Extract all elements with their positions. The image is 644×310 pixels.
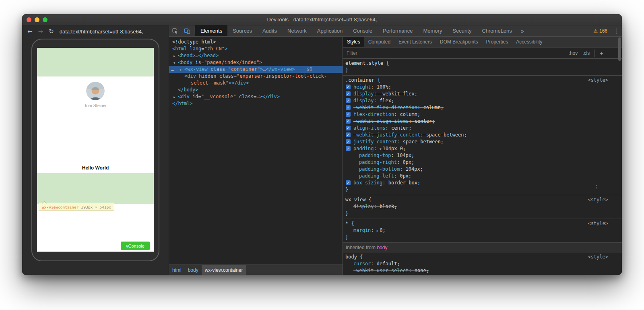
dom-tree-node[interactable]: select--mask"></div> — [169, 80, 343, 87]
breadcrumb-item[interactable]: wx-view.container — [202, 265, 246, 275]
dom-tree-node[interactable]: ▸<head>…</head> — [169, 52, 343, 59]
css-property[interactable]: ✓height: 100%; — [343, 84, 622, 91]
forward-button[interactable]: → — [38, 29, 43, 35]
styles-tab-properties[interactable]: Properties — [482, 37, 512, 47]
css-property-checkbox[interactable]: ✓ — [346, 132, 351, 137]
css-selector[interactable]: body — [345, 254, 357, 260]
dom-tree-node[interactable]: <html lang="zh-CN"> — [169, 45, 343, 52]
css-property[interactable]: ✓-webkit-align-items: center; — [343, 118, 622, 125]
reload-button[interactable]: ↻ — [49, 29, 54, 35]
dom-tree-node[interactable]: ▸<div id="__vconsole" class=…></div> — [169, 93, 343, 100]
expand-arrow-icon[interactable]: ▾ — [173, 60, 178, 66]
code-token: "pages/index/index" — [204, 60, 259, 65]
css-property[interactable]: -webkit-user-select: none; — [343, 267, 622, 274]
css-property[interactable]: ✓padding: ▾ 104px 0; — [343, 145, 622, 152]
styles-tab-styles[interactable]: Styles — [343, 37, 364, 47]
css-property-checkbox[interactable]: ✓ — [346, 126, 351, 130]
devtools-tab-security[interactable]: Security — [447, 25, 477, 36]
close-button[interactable] — [27, 17, 31, 22]
css-property[interactable]: ✓-webkit-flex-direction: column; — [343, 104, 622, 111]
scrollbar-thumb[interactable] — [618, 37, 621, 61]
css-property[interactable]: padding-top: 104px; — [343, 152, 622, 159]
devtools-menu-button[interactable]: ⋮ — [611, 25, 622, 36]
css-semicolon: ; — [441, 105, 444, 110]
expand-arrow-icon[interactable]: ▸ — [173, 94, 178, 101]
css-property-checkbox[interactable]: ✓ — [346, 180, 351, 185]
devtools-tab-sources[interactable]: Sources — [227, 25, 257, 36]
inspect-element-button[interactable] — [169, 25, 181, 36]
css-property[interactable]: ✓display: flex; — [343, 97, 622, 104]
new-style-rule-button[interactable]: + — [594, 50, 603, 57]
expand-arrow-icon[interactable]: ▸ — [180, 66, 184, 73]
styles-tab-computed[interactable]: Computed — [364, 37, 394, 47]
console-warning-badge[interactable]: ⚠ 166 — [589, 25, 611, 36]
css-property[interactable]: ✓flex-direction: column; — [343, 111, 622, 118]
css-property[interactable]: ✓-webkit-justify-content: space-between; — [343, 132, 622, 138]
devtools-tab-chromelens[interactable]: ChromeLens — [477, 25, 517, 36]
devtools-tab-network[interactable]: Network — [282, 25, 312, 36]
css-property-name: padding-right — [359, 159, 397, 165]
breadcrumb-item[interactable]: body — [185, 265, 202, 275]
rule-overflow-menu-icon[interactable]: ⋮ — [594, 184, 599, 190]
css-property-checkbox[interactable]: ✓ — [346, 85, 351, 89]
devtools-tab-performance[interactable]: Performance — [378, 25, 418, 36]
css-property-checkbox[interactable]: ✓ — [346, 91, 351, 96]
stylesheet-link[interactable]: <style> — [588, 254, 608, 260]
dom-tree-node[interactable]: </body> — [169, 87, 343, 93]
css-selector[interactable]: element.style — [345, 60, 383, 66]
devtools-tab-audits[interactable]: Audits — [257, 25, 282, 36]
css-property-checkbox[interactable]: ✓ — [346, 105, 351, 110]
css-property[interactable]: padding-left: 0px; — [343, 173, 622, 180]
zoom-button[interactable] — [43, 17, 47, 22]
breadcrumb-item[interactable]: html — [169, 265, 185, 275]
dom-tree-node[interactable]: <!doctype html> — [169, 39, 343, 45]
devtools-tab-memory[interactable]: Memory — [418, 25, 447, 36]
css-property-checkbox[interactable]: ✓ — [346, 119, 351, 124]
styles-tab-dom-breakpoints[interactable]: DOM Breakpoints — [436, 37, 482, 47]
stylesheet-link[interactable]: <style> — [588, 196, 608, 203]
css-colon: : — [417, 105, 423, 110]
styles-filter-input[interactable] — [347, 50, 564, 56]
code-token: ></div> — [229, 80, 249, 86]
more-tabs-button[interactable]: » — [517, 25, 528, 36]
styles-tab-accessibility[interactable]: Accessibility — [512, 37, 546, 47]
class-toggle[interactable]: .cls — [582, 50, 590, 56]
css-property-checkbox[interactable]: ✓ — [346, 146, 351, 151]
css-property-checkbox[interactable]: ✓ — [346, 112, 351, 117]
dom-tree-node[interactable]: </html> — [169, 100, 343, 107]
styles-tab-event-listeners[interactable]: Event Listeners — [394, 37, 436, 47]
devtools-tab-application[interactable]: Application — [312, 25, 348, 36]
css-semicolon: ; — [382, 227, 385, 233]
css-property-checkbox[interactable]: ✓ — [346, 139, 351, 144]
inherited-selector-link[interactable]: body — [377, 245, 387, 250]
expand-arrow-icon[interactable]: ▸ — [173, 53, 178, 60]
css-property[interactable]: padding-right: 0px; — [343, 159, 622, 166]
css-property[interactable]: margin: ▸ 0; — [343, 227, 622, 234]
vconsole-button[interactable]: vConsole — [121, 242, 150, 250]
devtools-tab-console[interactable]: Console — [348, 25, 378, 36]
devtools-tab-elements[interactable]: Elements — [195, 25, 227, 36]
back-button[interactable]: ← — [27, 29, 33, 35]
dom-tree-node[interactable]: …▸<wx-view class="container">…</wx-view>… — [169, 66, 343, 73]
css-property[interactable]: user-select: none; — [343, 274, 622, 275]
pseudo-state-toggle[interactable]: :hov — [569, 50, 578, 56]
stylesheet-link[interactable]: <style> — [588, 77, 608, 84]
css-property[interactable]: ✓display: -webkit-flex; — [343, 91, 622, 97]
css-selector[interactable]: .container — [345, 77, 374, 83]
node-overflow-icon[interactable]: … — [171, 66, 174, 73]
stylesheet-link[interactable]: <style> — [588, 220, 608, 227]
css-selector[interactable]: wx-view — [345, 197, 366, 203]
css-property[interactable]: ✓align-items: center; — [343, 125, 622, 132]
css-property[interactable]: ✓justify-content: space-between; — [343, 138, 622, 145]
styles-scrollbar[interactable] — [618, 37, 621, 274]
dom-tree-node[interactable]: <div hidden class="exparser-inspector-to… — [169, 73, 343, 80]
css-property[interactable]: cursor: default; — [343, 260, 622, 267]
minimize-button[interactable] — [35, 17, 39, 22]
css-property[interactable]: display: block; — [343, 203, 622, 210]
css-property[interactable]: padding-bottom: 104px; — [343, 166, 622, 173]
device-toolbar-button[interactable] — [181, 25, 193, 36]
css-property-checkbox[interactable]: ✓ — [346, 98, 351, 103]
css-property[interactable]: ✓box-sizing: border-box; — [343, 180, 622, 186]
dom-tree-node[interactable]: ▾<body is="pages/index/index"> — [169, 59, 343, 66]
address-bar[interactable]: data:text/html;charset=utf-8;base64, — [60, 29, 143, 35]
